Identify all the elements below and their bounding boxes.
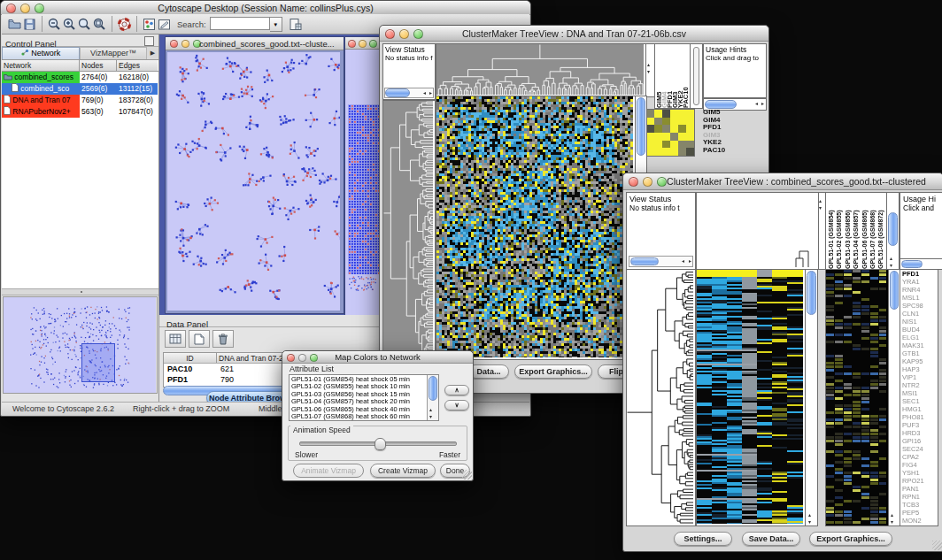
matrix-cell[interactable] xyxy=(654,125,662,133)
zoom-in-icon[interactable] xyxy=(62,17,77,32)
gene-label[interactable]: PEP5 xyxy=(902,509,938,517)
search-dropdown-button[interactable]: ▾ xyxy=(270,17,282,32)
gene-label[interactable]: MON2 xyxy=(902,517,938,525)
tv1-label-scroll-slot[interactable] xyxy=(690,43,703,109)
matrix-cell[interactable] xyxy=(678,125,686,133)
matrix-cell[interactable] xyxy=(662,133,670,141)
tab-network[interactable]: Network xyxy=(2,47,80,59)
matrix-cell[interactable] xyxy=(654,141,662,149)
id-col-header[interactable]: ID xyxy=(164,353,217,363)
gene-label[interactable]: YSH1 xyxy=(902,469,938,477)
matrix-cell[interactable] xyxy=(670,110,678,118)
gene-label[interactable]: HMG1 xyxy=(902,405,938,413)
gene-label[interactable]: PAN1 xyxy=(902,485,938,493)
tv2-status-hscrollbar[interactable]: ◂ ▸ xyxy=(629,256,693,267)
animate-vizmap-button[interactable]: Animate Vizmap xyxy=(293,464,364,478)
tv1-zoom-matrix[interactable] xyxy=(645,109,695,157)
gene-label[interactable]: PHO81 xyxy=(902,413,938,421)
network-table-row[interactable]: DNA and Tran 07769(0)183728(0) xyxy=(2,95,158,106)
gene-label[interactable]: GPI16 xyxy=(902,437,938,445)
matrix-cell[interactable] xyxy=(646,141,654,149)
attribute-select-icon[interactable] xyxy=(165,330,186,348)
matrix-cell[interactable] xyxy=(646,110,654,118)
gene-label[interactable]: TCB3 xyxy=(902,501,938,509)
gene-label[interactable]: VIP1 xyxy=(902,373,938,381)
gene-label[interactable]: KAP95 xyxy=(902,357,938,365)
network-table-row[interactable]: RNAPuberNov2+563(0)107847(0) xyxy=(2,106,158,118)
matrix-cell[interactable] xyxy=(686,125,694,133)
matrix-cell[interactable] xyxy=(670,125,678,133)
gene-label[interactable]: CPA2 xyxy=(902,453,938,461)
annotation-icon[interactable] xyxy=(157,17,172,32)
gene-label[interactable]: FIG4 xyxy=(902,461,938,469)
panel-divider[interactable] xyxy=(2,288,158,295)
main-title-bar[interactable]: Cytoscape Desktop (Session Name: collins… xyxy=(1,1,530,15)
birdseye-view[interactable] xyxy=(3,296,158,394)
tv2-export-graphics-button[interactable]: Export Graphics... xyxy=(809,532,892,546)
network-window-1[interactable]: combined_scores_good.txt--cluste... xyxy=(165,36,344,314)
gene-label[interactable]: RPN1 xyxy=(902,493,938,501)
matrix-cell[interactable] xyxy=(678,133,686,141)
tv2-row-dendrogram[interactable] xyxy=(626,269,696,526)
tv1-column-dendrogram[interactable] xyxy=(436,43,646,97)
attribute-list-item[interactable]: GPL51-07 (GSM868) heat shock 60 min xyxy=(291,413,438,420)
matrix-cell[interactable] xyxy=(678,141,686,149)
tv2-save-data-button[interactable]: Save Data... xyxy=(742,532,800,546)
matrix-cell[interactable] xyxy=(686,141,694,149)
matrix-cell[interactable] xyxy=(686,133,694,141)
save-session-icon[interactable] xyxy=(22,17,37,32)
matrix-cell[interactable] xyxy=(654,118,662,126)
matrix-cell[interactable] xyxy=(654,133,662,141)
tv2-gene-vscrollbar[interactable]: ▴ ▾ xyxy=(888,269,900,526)
tab-overflow-arrow[interactable]: ▶ xyxy=(147,47,158,59)
tv2-labels-vscrollbar[interactable]: ▴ ▾ xyxy=(886,192,900,270)
tv2-settings-button[interactable]: Settings... xyxy=(674,532,732,546)
resize-grip[interactable] xyxy=(462,470,472,479)
help-lifesaver-icon[interactable] xyxy=(117,17,132,32)
zoom-fit-icon[interactable] xyxy=(92,17,107,32)
close-button[interactable] xyxy=(170,40,178,48)
matrix-cell[interactable] xyxy=(646,133,654,141)
edges-col-header[interactable]: Edges xyxy=(117,60,158,71)
new-attribute-icon[interactable] xyxy=(189,330,210,348)
open-session-icon[interactable] xyxy=(7,17,22,32)
matrix-cell[interactable] xyxy=(670,148,678,156)
matrix-cell[interactable] xyxy=(646,118,654,126)
matrix-cell[interactable] xyxy=(646,148,654,156)
matrix-cell[interactable] xyxy=(662,110,670,118)
tv2-zoom-matrix[interactable] xyxy=(825,269,889,526)
gene-label[interactable]: ELG1 xyxy=(902,334,938,341)
gene-label[interactable]: HAP3 xyxy=(902,365,938,373)
gene-label[interactable]: MSI1 xyxy=(902,389,938,397)
gene-label[interactable]: MAK31 xyxy=(902,341,938,349)
tv1-export-graphics-button[interactable]: Export Graphics... xyxy=(514,364,592,379)
matrix-cell[interactable] xyxy=(686,118,694,126)
delete-attribute-trash-icon[interactable] xyxy=(212,330,234,348)
tv1-heatmap[interactable] xyxy=(436,96,636,360)
tv2-heatmap[interactable] xyxy=(696,269,806,526)
gene-label[interactable]: CLN1 xyxy=(902,310,938,318)
zoom-button[interactable] xyxy=(369,40,377,48)
attribute-list[interactable]: GPL51-01 (GSM854) heat shock 05 minGPL51… xyxy=(289,374,439,421)
matrix-cell[interactable] xyxy=(678,110,686,118)
matrix-cell[interactable] xyxy=(686,110,694,118)
tv2-column-dendrogram[interactable] xyxy=(696,192,819,270)
network-col-header[interactable]: Network xyxy=(2,60,80,71)
matrix-cell[interactable] xyxy=(670,141,678,149)
matrix-cell[interactable] xyxy=(654,148,662,156)
search-input[interactable] xyxy=(210,17,270,30)
matrix-cell[interactable] xyxy=(662,148,670,156)
resize-grip[interactable] xyxy=(932,541,942,550)
gene-label[interactable]: BUD4 xyxy=(902,326,938,334)
zoom-selected-icon[interactable] xyxy=(77,17,92,32)
matrix-cell[interactable] xyxy=(646,125,654,133)
tv1-save-data-button[interactable]: Data... xyxy=(468,364,509,379)
gene-label[interactable]: PFD1 xyxy=(902,270,938,278)
gene-label[interactable]: NTR2 xyxy=(902,381,938,389)
matrix-cell[interactable] xyxy=(654,110,662,118)
network-stats-icon[interactable] xyxy=(288,17,303,32)
move-down-button[interactable]: ∨ xyxy=(444,400,469,410)
zoom-out-icon[interactable] xyxy=(47,17,62,32)
gene-label[interactable]: HRD3 xyxy=(902,429,938,437)
minimize-button[interactable] xyxy=(181,40,189,48)
